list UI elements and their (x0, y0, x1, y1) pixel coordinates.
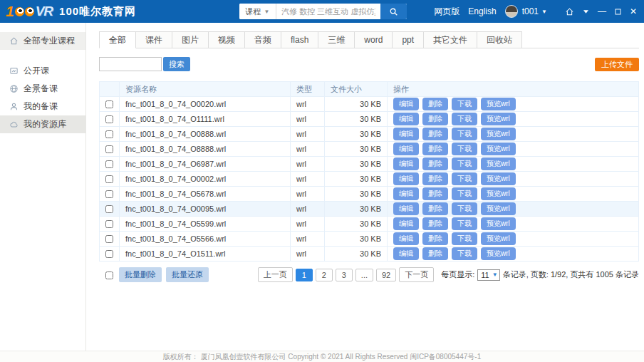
global-search-input[interactable] (276, 4, 380, 19)
row-checkbox[interactable] (105, 220, 113, 228)
resource-filter-input[interactable] (99, 57, 162, 71)
filter-search-button[interactable]: 搜索 (163, 57, 190, 71)
row-checkbox[interactable] (105, 115, 113, 123)
sidebar-item-panorama[interactable]: 全景备课 (0, 80, 85, 98)
collapse-icon[interactable] (582, 8, 590, 16)
download-button[interactable]: 下载 (452, 98, 477, 110)
edit-button[interactable]: 编辑 (393, 217, 419, 230)
edit-button[interactable]: 编辑 (393, 232, 419, 245)
delete-button[interactable]: 删除 (422, 217, 448, 230)
tab-图片[interactable]: 图片 (172, 31, 209, 48)
minimize-icon[interactable]: — (598, 7, 606, 16)
next-page-button[interactable]: 下一页 (399, 267, 434, 282)
preview-button[interactable]: 预览wrl (481, 157, 516, 170)
per-page-select[interactable]: 11 ▼ (477, 269, 499, 281)
sidebar-item-home[interactable]: 全部专业课程 (0, 32, 85, 50)
row-checkbox[interactable] (105, 175, 113, 183)
page-button-3[interactable]: 3 (336, 269, 353, 281)
row-checkbox[interactable] (105, 205, 113, 213)
preview-button[interactable]: 预览wrl (481, 113, 516, 125)
tab-ppt[interactable]: ppt (393, 31, 424, 48)
download-button[interactable]: 下载 (452, 143, 477, 155)
username[interactable]: t001 (522, 6, 539, 16)
page-button-2[interactable]: 2 (316, 269, 333, 281)
preview-button[interactable]: 预览wrl (481, 187, 516, 200)
row-checkbox[interactable] (105, 100, 113, 108)
preview-button[interactable]: 预览wrl (481, 217, 516, 230)
delete-button[interactable]: 删除 (422, 113, 448, 125)
row-checkbox[interactable] (105, 160, 113, 168)
download-button[interactable]: 下载 (452, 217, 477, 230)
edit-button[interactable]: 编辑 (393, 247, 419, 260)
user-menu-chevron-icon[interactable]: ▼ (541, 9, 547, 15)
row-checkbox[interactable] (105, 235, 113, 243)
tab-word[interactable]: word (355, 31, 393, 48)
sidebar-item-open-course[interactable]: 公开课 (0, 62, 85, 80)
delete-button[interactable]: 删除 (422, 202, 448, 215)
delete-button[interactable]: 删除 (422, 157, 448, 170)
batch-delete-button[interactable]: 批量删除 (119, 267, 162, 282)
tab-回收站[interactable]: 回收站 (477, 31, 522, 48)
logo[interactable]: 1VR (6, 3, 53, 20)
edit-button[interactable]: 编辑 (393, 98, 419, 110)
select-all-checkbox[interactable] (105, 272, 113, 279)
tab-全部[interactable]: 全部 (99, 31, 136, 48)
download-button[interactable]: 下载 (452, 202, 477, 215)
preview-button[interactable]: 预览wrl (481, 98, 516, 110)
delete-button[interactable]: 删除 (422, 143, 448, 155)
logo-text-vr: VR (36, 4, 53, 19)
row-checkbox[interactable] (105, 250, 113, 258)
delete-button[interactable]: 删除 (422, 232, 448, 245)
user-avatar[interactable] (505, 5, 518, 18)
page-button-92[interactable]: 92 (376, 269, 396, 281)
edit-button[interactable]: 编辑 (393, 113, 419, 125)
maximize-icon[interactable] (614, 8, 622, 16)
row-checkbox[interactable] (105, 145, 113, 153)
preview-button[interactable]: 预览wrl (481, 232, 516, 245)
edit-button[interactable]: 编辑 (393, 202, 419, 215)
tab-课件[interactable]: 课件 (136, 31, 172, 48)
download-button[interactable]: 下载 (452, 232, 477, 245)
tab-音频[interactable]: 音频 (245, 31, 281, 48)
edit-button[interactable]: 编辑 (393, 172, 419, 185)
preview-button[interactable]: 预览wrl (481, 128, 516, 140)
preview-button[interactable]: 预览wrl (481, 143, 516, 155)
tab-视频[interactable]: 视频 (209, 31, 245, 48)
page-ellipsis[interactable]: ... (355, 269, 373, 281)
download-button[interactable]: 下载 (452, 113, 477, 125)
preview-button[interactable]: 预览wrl (481, 202, 516, 215)
download-button[interactable]: 下载 (452, 157, 477, 170)
global-search-button[interactable] (380, 4, 407, 19)
close-icon[interactable]: ✕ (630, 7, 637, 16)
download-button[interactable]: 下载 (452, 128, 477, 140)
preview-button[interactable]: 预览wrl (481, 172, 516, 185)
tab-三维[interactable]: 三维 (318, 31, 355, 48)
row-checkbox[interactable] (105, 190, 113, 198)
download-button[interactable]: 下载 (452, 187, 477, 200)
sidebar-item-cloud[interactable]: 我的资源库 (0, 115, 85, 133)
delete-button[interactable]: 删除 (422, 187, 448, 200)
edit-button[interactable]: 编辑 (393, 187, 419, 200)
row-checkbox[interactable] (105, 130, 113, 138)
edit-button[interactable]: 编辑 (393, 128, 419, 140)
search-category-select[interactable]: 课程 ▼ (239, 4, 276, 19)
batch-restore-button[interactable]: 批量还原 (166, 267, 209, 282)
edit-button[interactable]: 编辑 (393, 143, 419, 155)
tab-其它文件[interactable]: 其它文件 (424, 31, 477, 48)
delete-button[interactable]: 删除 (422, 172, 448, 185)
web-version-link[interactable]: 网页版 (434, 6, 459, 18)
english-link[interactable]: English (468, 6, 496, 16)
download-button[interactable]: 下载 (452, 172, 477, 185)
page-button-1[interactable]: 1 (296, 269, 313, 281)
prev-page-button[interactable]: 上一页 (258, 267, 293, 282)
download-button[interactable]: 下载 (452, 247, 477, 260)
home-icon[interactable] (565, 7, 574, 16)
delete-button[interactable]: 删除 (422, 98, 448, 110)
preview-button[interactable]: 预览wrl (481, 247, 516, 260)
delete-button[interactable]: 删除 (422, 247, 448, 260)
edit-button[interactable]: 编辑 (393, 157, 419, 170)
sidebar-item-user[interactable]: 我的备课 (0, 98, 85, 115)
delete-button[interactable]: 删除 (422, 128, 448, 140)
tab-flash[interactable]: flash (281, 31, 318, 48)
upload-file-button[interactable]: 上传文件 (595, 58, 639, 71)
